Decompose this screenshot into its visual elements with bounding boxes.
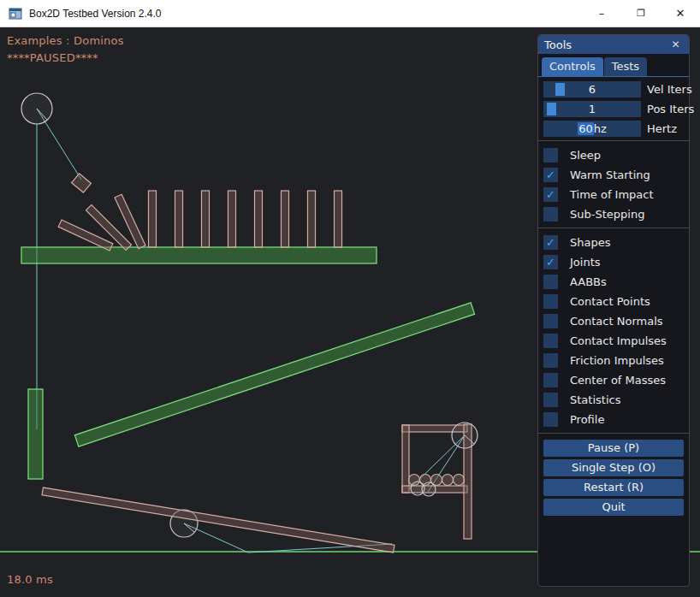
checkbox-sub-stepping[interactable]: Sub-Stepping <box>543 204 684 224</box>
slider-value: 1 <box>543 101 641 117</box>
separator <box>538 140 689 141</box>
checkbox-box[interactable]: ✓ <box>543 235 558 250</box>
minimize-button[interactable]: – <box>582 0 621 27</box>
checkbox-label: Time of Impact <box>570 188 654 201</box>
checkbox-aabbs[interactable]: AABBs <box>543 272 684 292</box>
example-label: Examples : Dominos <box>7 34 124 47</box>
checkbox-label: Sub-Stepping <box>570 208 644 221</box>
checkbox-group-draw: ✓Shapes✓JointsAABBsContact PointsContact… <box>538 233 689 429</box>
checkbox-box[interactable]: ✓ <box>543 255 558 269</box>
checkbox-label: Profile <box>570 413 604 426</box>
hertz-label: Hertz <box>647 122 677 135</box>
hertz-unit: hz <box>594 122 607 135</box>
slider-list: 6Vel Iters1Pos Iters <box>538 77 689 117</box>
vertical-plank <box>28 389 43 479</box>
quit-button[interactable]: Quit <box>543 499 684 516</box>
window-controls: – ❐ ✕ <box>582 0 700 27</box>
checkbox-group-sim: Sleep✓Warm Starting✓Time of ImpactSub-St… <box>538 145 689 224</box>
checkbox-box[interactable]: ✓ <box>543 187 558 202</box>
window-title: Box2D Testbed Version 2.4.0 <box>29 8 162 20</box>
checkbox-joints[interactable]: ✓Joints <box>543 252 684 272</box>
frame-time-label: 18.0 ms <box>7 573 53 586</box>
check-icon: ✓ <box>546 237 555 248</box>
checkbox-label: Shapes <box>570 236 610 249</box>
checkbox-label: Sleep <box>570 149 601 162</box>
simulation-canvas[interactable]: Examples : Dominos ****PAUSED**** 18.0 m… <box>0 27 700 597</box>
checkbox-shapes[interactable]: ✓Shapes <box>543 233 684 252</box>
checkbox-box[interactable] <box>543 148 558 163</box>
checkbox-center-of-masses[interactable]: Center of Masses <box>543 370 684 390</box>
checkbox-box[interactable] <box>543 294 558 309</box>
separator <box>538 433 689 434</box>
checkbox-label: Statistics <box>570 393 620 406</box>
checkbox-label: Warm Starting <box>570 168 650 181</box>
vel-iters-slider[interactable]: 6 <box>543 81 641 98</box>
checkbox-label: AABBs <box>570 275 607 288</box>
checkbox-label: Contact Normals <box>570 315 663 328</box>
tab-bar: ControlsTests <box>538 54 689 77</box>
slider-value: 6 <box>543 81 641 98</box>
pendulum-bob <box>72 174 92 192</box>
app-icon <box>9 7 22 21</box>
single-step-o-button[interactable]: Single Step (O) <box>543 459 684 476</box>
checkbox-label: Contact Points <box>570 295 650 308</box>
separator <box>538 228 689 228</box>
tab-controls[interactable]: Controls <box>542 57 603 76</box>
checkbox-contact-normals[interactable]: Contact Normals <box>543 311 684 331</box>
checkbox-contact-points[interactable]: Contact Points <box>543 292 684 311</box>
bottom-bodies <box>42 488 394 553</box>
checkbox-box[interactable] <box>543 334 558 348</box>
hertz-input[interactable]: 60 hz <box>543 121 641 137</box>
check-icon: ✓ <box>546 189 555 200</box>
checkbox-box[interactable] <box>543 353 558 368</box>
checkbox-friction-impulses[interactable]: Friction Impulses <box>543 351 684 370</box>
bottom-plank <box>42 488 394 553</box>
close-button[interactable]: ✕ <box>661 0 700 27</box>
tools-panel: Tools ✕ ControlsTests 6Vel Iters1Pos Ite… <box>537 34 690 587</box>
check-icon: ✓ <box>546 169 555 180</box>
pause-p-button[interactable]: Pause (P) <box>543 440 684 457</box>
ball-frame <box>402 423 478 539</box>
vel-iters-row: 6Vel Iters <box>543 81 684 98</box>
hertz-value: 60 <box>578 122 594 135</box>
window-titlebar[interactable]: Box2D Testbed Version 2.4.0 – ❐ ✕ <box>0 0 700 27</box>
panel-close-icon[interactable]: ✕ <box>668 38 683 52</box>
checkbox-statistics[interactable]: Statistics <box>543 390 684 410</box>
tools-panel-titlebar[interactable]: Tools ✕ <box>538 35 689 54</box>
checkbox-box[interactable] <box>543 275 558 289</box>
checkbox-label: Joints <box>570 256 601 269</box>
checkbox-sleep[interactable]: Sleep <box>543 145 684 165</box>
fallen-dominoes <box>58 194 145 251</box>
pos-iters-row: 1Pos Iters <box>543 101 684 117</box>
domino-platform <box>21 247 377 263</box>
standing-dominoes <box>149 191 342 247</box>
tools-panel-title: Tools <box>544 38 572 51</box>
tab-tests[interactable]: Tests <box>604 57 647 76</box>
pendulum <box>21 93 91 192</box>
check-icon: ✓ <box>546 257 555 268</box>
hertz-row: 60 hz Hertz <box>543 121 684 137</box>
checkbox-label: Friction Impulses <box>570 354 664 367</box>
checkbox-box[interactable] <box>543 314 558 328</box>
checkbox-box[interactable] <box>543 207 558 222</box>
checkbox-warm-starting[interactable]: ✓Warm Starting <box>543 165 684 185</box>
checkbox-label: Contact Impulses <box>570 334 667 347</box>
maximize-button[interactable]: ❐ <box>621 0 661 27</box>
checkbox-profile[interactable]: Profile <box>543 410 684 429</box>
restart-r-button[interactable]: Restart (R) <box>543 479 684 496</box>
button-column: Pause (P)Single Step (O)Restart (R)Quit <box>538 438 689 516</box>
checkbox-time-of-impact[interactable]: ✓Time of Impact <box>543 185 684 204</box>
checkbox-box[interactable] <box>543 393 558 407</box>
pos-iters-slider[interactable]: 1 <box>543 101 641 117</box>
checkbox-box[interactable] <box>543 373 558 387</box>
checkbox-box[interactable] <box>543 412 558 427</box>
slider-label: Pos Iters <box>647 103 694 115</box>
checkbox-box[interactable]: ✓ <box>543 168 558 182</box>
slider-label: Vel Iters <box>647 83 692 96</box>
checkbox-label: Center of Masses <box>570 374 666 387</box>
paused-label: ****PAUSED**** <box>7 51 98 64</box>
checkbox-contact-impulses[interactable]: Contact Impulses <box>543 331 684 351</box>
